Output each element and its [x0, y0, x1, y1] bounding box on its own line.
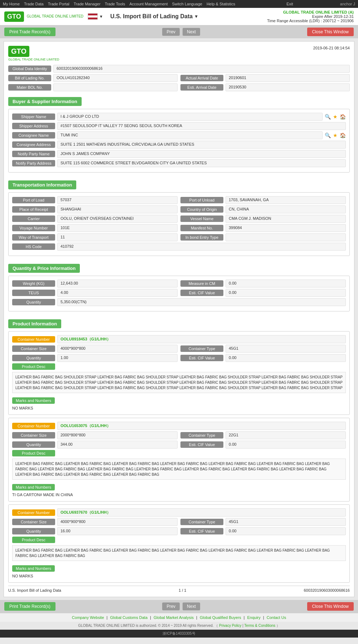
print-button-bottom[interactable]: Print Trade Record(s) — [4, 602, 55, 611]
container-3-size-type-row: Container Size 4000*900*800 Container Ty… — [12, 518, 346, 526]
weight-value: 12,643.00 — [57, 280, 178, 287]
container-2-marks-label: Marks and Numbers — [12, 484, 55, 490]
place-receipt-origin-row: Place of Receipt SHANGHAI Country of Ori… — [12, 205, 346, 213]
global-buyers-link[interactable]: Global Qualified Buyers — [200, 615, 241, 620]
product-info-title: Product Information — [8, 319, 61, 328]
transportation-title: Transportation Information — [8, 180, 76, 189]
container-3-desc-label: Product Desc — [12, 537, 55, 543]
shipper-address-label: Shipper Address — [12, 123, 55, 129]
company-website-link[interactable]: Company Website — [72, 615, 104, 620]
container-2-size-label: Container Size — [12, 432, 55, 439]
nav-home[interactable]: My Home — [3, 2, 20, 6]
shipper-home-icon[interactable]: 🏠 — [340, 114, 346, 120]
transport-label: Way of Transport — [12, 234, 55, 241]
prev-button-top[interactable]: Prev — [162, 28, 180, 36]
container-3-size-half: Container Size 4000*900*800 — [12, 518, 178, 526]
terms-link[interactable]: Terms & Conditions — [244, 624, 275, 628]
nav-help-statistics[interactable]: Help & Statistics — [207, 2, 235, 6]
transport-half: Way of Transport 11 — [12, 233, 178, 241]
container-1-type-half: Container Type 45G1 — [180, 345, 346, 353]
country-origin-half: Country of Origin CN, CHINA — [180, 205, 346, 213]
container-2-type-half: Container Type 22G1 — [180, 431, 346, 439]
nav-trade-portal[interactable]: Trade Portal — [48, 2, 69, 6]
anchor-label: anchor J — [340, 2, 355, 6]
esti-arrival-label: Esti. Arrival Date — [180, 84, 223, 91]
contact-us-link[interactable]: Contact Us — [267, 615, 286, 620]
flag-area: ▼ — [88, 13, 103, 20]
close-button-bottom[interactable]: Close This Window — [307, 602, 354, 611]
consignee-star-icon[interactable]: ★ — [333, 132, 338, 138]
container-3-type-label: Container Type — [180, 519, 223, 525]
container-3-size-label: Container Size — [12, 519, 55, 525]
print-button-top[interactable]: Print Trade Record(s) — [4, 28, 55, 36]
esti-cif-label: Esti. CIF Value — [180, 290, 223, 296]
nav-trade-data[interactable]: Trade Data — [24, 2, 44, 6]
actual-arrival-half: Actual Arrival Date 20190601 — [180, 74, 350, 82]
esti-arrival-half: Esti. Arrival Date 20190530 — [180, 83, 350, 91]
global-customs-link[interactable]: Global Customs Data — [110, 615, 148, 620]
inbond-label: In bond Entry Type — [180, 234, 223, 241]
container-3-cif-value: 0.00 — [226, 527, 346, 535]
shipper-search-icon[interactable]: 🔍 — [325, 114, 331, 120]
vessel-value: CMA CGM J. MADISON — [226, 215, 346, 223]
consignee-search-icon[interactable]: 🔍 — [325, 132, 331, 138]
place-receipt-label: Place of Receipt — [12, 206, 55, 213]
container-1-marks-value: NO MARKS — [12, 405, 346, 411]
place-receipt-half: Place of Receipt SHANGHAI — [12, 205, 178, 213]
close-button-top[interactable]: Close This Window — [307, 28, 354, 36]
site-title-dropdown[interactable]: ▼ — [194, 14, 198, 19]
container-3-box: Container Number OOLU6937670（G1/L/HH） Co… — [8, 504, 350, 583]
nav-trade-manager[interactable]: Trade Manager — [74, 2, 101, 6]
quantity-value: 5,350.00(CTN) — [57, 298, 346, 306]
doc-logo-sub: GLOBAL TRADE ONLINE LIMITED — [8, 58, 59, 61]
container-3-type-half: Container Type 45G1 — [180, 518, 346, 526]
carrier-value: OOLU, ORIENT OVERSEAS CONTAINEI — [57, 215, 178, 223]
teus-label: TEUS — [12, 290, 55, 296]
container-2-qty-cif-row: Quantity 344.00 Esti. CIF Value 0.00 — [12, 441, 346, 449]
icp-text: 浙ICP备14033305号 — [163, 631, 195, 635]
container-1-desc-label: Product Desc — [12, 363, 55, 370]
container-2-number-value: OOLU1653075（G1/L/HH） — [57, 422, 346, 430]
port-load-value: 57037 — [57, 196, 178, 204]
container-1-qty-label: Quantity — [12, 355, 55, 361]
shipper-star-icon[interactable]: ★ — [333, 114, 338, 120]
container-1-number-label: Container Number — [12, 336, 55, 343]
nav-exit[interactable]: Exit — [286, 2, 293, 6]
flag-dropdown[interactable]: ▼ — [99, 14, 103, 19]
measure-half: Measure in CM 0.00 — [180, 280, 346, 287]
next-button-top[interactable]: Next — [183, 28, 200, 36]
document-footer: U.S. Import Bill of Lading Data 1 / 1 60… — [8, 586, 350, 592]
quantity-label: Quantity — [12, 299, 55, 305]
container-3-type-value: 45G1 — [226, 518, 346, 526]
vessel-label: Vessel Name — [180, 216, 223, 222]
buyer-supplier-section: Buyer & Supplier Information Shipper Nam… — [8, 93, 350, 173]
place-receipt-value: SHANGHAI — [57, 205, 178, 213]
actual-arrival-value: 20190601 — [226, 74, 350, 82]
privacy-link[interactable]: Privacy Policy — [219, 624, 241, 628]
mater-bol-row: Mater BOL No. Esti. Arrival Date 2019053… — [8, 83, 350, 91]
global-market-link[interactable]: Global Market Analysis — [154, 615, 194, 620]
action-bar-top: Print Trade Record(s) Prev Next Close Th… — [0, 25, 358, 38]
container-3-qty-cif-row: Quantity 16.00 Esti. CIF Value 0.00 — [12, 527, 346, 535]
nav-account-management[interactable]: Account Management — [130, 2, 168, 6]
next-button-bottom[interactable]: Next — [183, 602, 200, 610]
enquiry-link[interactable]: Enquiry — [247, 615, 260, 620]
nav-trade-tools[interactable]: Trade Tools — [105, 2, 125, 6]
container-2-cif-value: 0.00 — [226, 441, 346, 449]
hs-code-label: HS Code — [12, 243, 55, 250]
country-origin-label: Country of Origin — [180, 206, 223, 213]
container-2-size-half: Container Size 2000*806*800 — [12, 431, 178, 439]
nav-switch-language[interactable]: Switch Language — [172, 2, 202, 6]
consignee-home-icon[interactable]: 🏠 — [340, 132, 346, 138]
voyage-manifest-row: Voyage Number 101E Manifest No. 399084 — [12, 224, 346, 232]
prev-button-bottom[interactable]: Prev — [162, 602, 180, 610]
country-origin-value: CN, CHINA — [226, 205, 346, 213]
consignee-name-row: Consignee Name TUMI INC 🔍 ★ 🏠 — [12, 131, 346, 139]
consignee-address-row: Consignee Address SUITE 1 2501 MATHEWS I… — [12, 141, 346, 149]
measure-label: Measure in CM — [180, 280, 223, 287]
measure-value: 0.00 — [226, 280, 346, 287]
container-1-cif-half: Esti. CIF Value 0.00 — [180, 354, 346, 362]
container-2-marks-value: TI GA CARTON# MADE IN CHINA — [12, 492, 346, 498]
manifest-label: Manifest No. — [180, 225, 223, 231]
bol-no-value: OOLU4101282340 — [53, 74, 178, 82]
